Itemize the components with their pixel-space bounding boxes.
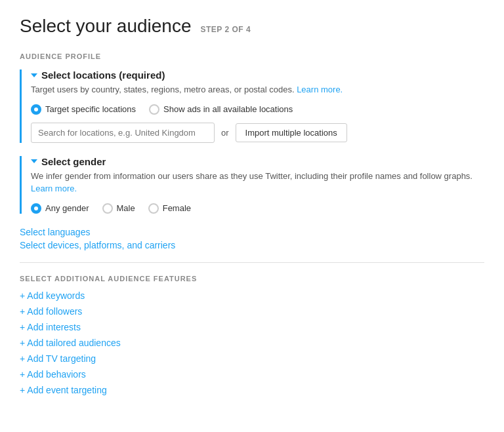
radio-specific-locations[interactable]: Target specific locations: [31, 104, 136, 115]
add-keywords-link[interactable]: + Add keywords: [20, 290, 484, 301]
radio-specific-label: Target specific locations: [45, 104, 136, 114]
gender-description: We infer gender from information our use…: [31, 170, 484, 195]
radio-male[interactable]: Male: [102, 203, 135, 214]
locations-chevron-icon[interactable]: [31, 73, 37, 77]
locations-description: Target users by country, states, regions…: [31, 83, 484, 96]
gender-radio-group: Any gender Male Female: [31, 203, 484, 214]
location-input-row: or Import multiple locations: [31, 123, 484, 143]
locations-section: Select locations (required) Target users…: [20, 69, 484, 143]
add-behaviors-link[interactable]: + Add behaviors: [20, 369, 484, 380]
locations-section-header: Select locations (required): [31, 69, 484, 81]
radio-specific-icon: [31, 104, 41, 115]
radio-all-locations[interactable]: Show ads in all available locations: [149, 104, 293, 115]
audience-profile-label: AUDIENCE PROFILE: [20, 52, 484, 60]
or-label: or: [221, 128, 229, 138]
locations-learn-more[interactable]: Learn more.: [297, 85, 343, 94]
gender-section-title: Select gender: [41, 156, 106, 167]
gender-section: Select gender We infer gender from infor…: [20, 156, 484, 214]
radio-all-icon: [149, 104, 159, 115]
radio-male-label: Male: [117, 203, 135, 213]
import-locations-button[interactable]: Import multiple locations: [236, 123, 347, 142]
page-header: Select your audience STEP 2 OF 4: [20, 16, 484, 37]
section-divider: [20, 262, 484, 263]
radio-any-label: Any gender: [45, 203, 89, 213]
gender-learn-more[interactable]: Learn more.: [31, 184, 77, 193]
radio-female[interactable]: Female: [148, 203, 191, 214]
page-title: Select your audience: [20, 16, 192, 37]
radio-all-label: Show ads in all available locations: [163, 104, 293, 114]
select-languages-link[interactable]: Select languages: [20, 227, 484, 237]
add-tv-targeting-link[interactable]: + Add TV targeting: [20, 353, 484, 364]
add-event-targeting-link[interactable]: + Add event targeting: [20, 385, 484, 395]
additional-features-section: SELECT ADDITIONAL AUDIENCE FEATURES + Ad…: [20, 275, 484, 395]
location-search-input[interactable]: [31, 123, 215, 143]
locations-section-title: Select locations (required): [41, 69, 165, 81]
radio-any-gender[interactable]: Any gender: [31, 203, 89, 214]
radio-male-icon: [102, 203, 113, 214]
radio-female-icon: [148, 203, 159, 214]
add-followers-link[interactable]: + Add followers: [20, 306, 484, 317]
gender-section-header: Select gender: [31, 156, 484, 167]
radio-female-label: Female: [163, 203, 191, 213]
select-devices-link[interactable]: Select devices, platforms, and carriers: [20, 240, 484, 250]
gender-chevron-icon[interactable]: [31, 159, 37, 163]
step-indicator: STEP 2 OF 4: [201, 25, 251, 34]
add-tailored-audiences-link[interactable]: + Add tailored audiences: [20, 338, 484, 348]
add-interests-link[interactable]: + Add interests: [20, 322, 484, 332]
radio-any-icon: [31, 203, 41, 214]
additional-features-label: SELECT ADDITIONAL AUDIENCE FEATURES: [20, 275, 484, 283]
locations-radio-group: Target specific locations Show ads in al…: [31, 104, 484, 115]
